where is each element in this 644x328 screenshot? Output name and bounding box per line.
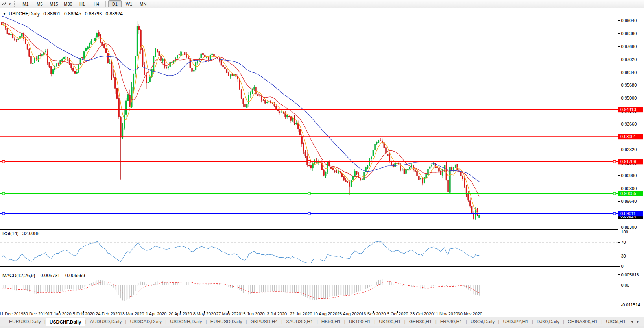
date-axis-label: 8 May 2020 — [193, 311, 216, 316]
candle-body — [166, 67, 167, 68]
date-axis-label: 1 Apr 2020 — [146, 311, 166, 316]
ohlc-close: 0.88924 — [106, 11, 123, 17]
chart-tab-ger30-h1[interactable]: GER30,H1 — [406, 318, 435, 326]
chart-tab-dj30-daily[interactable]: DJ30,Daily — [533, 318, 563, 326]
chart-tab-gbpusd-h4[interactable]: GBPUSD,H4 — [247, 318, 281, 326]
timeframe-button-mn[interactable]: MN — [137, 0, 150, 7]
candle-body — [182, 52, 183, 52]
chart-tab-eurusd-daily[interactable]: EURUSD,Daily — [207, 318, 246, 326]
candle-body — [223, 65, 224, 67]
candle-body — [453, 167, 454, 170]
chart-tab-usdcad-daily[interactable]: USDCAD,Daily — [126, 318, 165, 326]
rsi-axis-label: 0 — [621, 264, 624, 269]
candle-body — [437, 167, 438, 168]
candle-body — [10, 34, 11, 35]
date-axis-label: 24 Feb 2020 — [96, 311, 120, 316]
hline-handle[interactable] — [613, 212, 616, 215]
hline-handle[interactable] — [308, 212, 310, 215]
candle-body — [389, 155, 390, 161]
macd-name: MACD(12,26,9) — [2, 273, 35, 278]
rsi-panel[interactable] — [0, 230, 618, 267]
candle-body — [144, 65, 145, 75]
candle-body — [232, 74, 233, 76]
hline-handle[interactable] — [2, 160, 5, 163]
candle-body — [427, 169, 428, 175]
tool-dropdown-caret[interactable]: ▼ — [8, 2, 13, 6]
toolbar: ▼ M1M5M15M30H1H4D1W1MN — [0, 0, 644, 8]
candle-body — [244, 104, 245, 107]
candle-body — [61, 59, 63, 61]
candle-body — [159, 51, 160, 56]
timeframe-button-m30[interactable]: M30 — [61, 0, 75, 7]
hline-badge-label: 0.90055 — [620, 191, 636, 196]
price-axis-label: 0.89640 — [621, 199, 637, 204]
candle-body — [91, 41, 92, 44]
date-axis-label: 5 Feb 2020 — [73, 311, 95, 316]
chart-tab-usoil-h1[interactable]: USOil,H1 — [602, 318, 629, 326]
collapse-triangle-icon[interactable]: ▼ — [3, 12, 6, 16]
main-chart-panel[interactable] — [0, 10, 618, 228]
ohlc-low: 0.88793 — [85, 11, 102, 17]
candle-body — [429, 167, 430, 168]
hline-handle[interactable] — [2, 192, 5, 195]
candle-body — [82, 57, 83, 58]
candle-body — [105, 49, 107, 53]
candle-body — [74, 71, 76, 73]
candle-body — [186, 54, 187, 57]
candle-body — [224, 67, 225, 69]
toolbar-grip[interactable] — [14, 1, 16, 7]
timeframe-button-m15[interactable]: M15 — [47, 0, 61, 7]
chart-tab-usdcnh-daily[interactable]: USDCNH,Daily — [166, 318, 205, 326]
chart-tab-fra40-h1[interactable]: FRA40,H1 — [437, 318, 466, 326]
chart-tab-usdjpy-h1[interactable]: USDJPY,H1 — [499, 318, 531, 326]
chart-tab-uk100-h1[interactable]: UK100,H1 — [345, 318, 374, 326]
candle-body — [58, 63, 59, 64]
timeframe-button-m1[interactable]: M1 — [19, 0, 32, 7]
hline-handle[interactable] — [2, 212, 5, 215]
price-axis-label: 0.97680 — [621, 44, 637, 49]
hline-handle[interactable] — [613, 160, 616, 163]
chart-tab-uk100-h1[interactable]: UK100,H1 — [375, 318, 404, 326]
chart-canvas[interactable]: 0.990400.983600.976800.970200.963400.956… — [0, 0, 644, 328]
tab-scroll-right-icon[interactable]: ► — [637, 320, 640, 324]
candle-body — [356, 171, 357, 174]
chart-tool-icon[interactable] — [1, 1, 8, 7]
candle-body — [266, 102, 268, 103]
candle-body — [422, 179, 423, 184]
hline-handle[interactable] — [308, 160, 310, 163]
candle-body — [76, 72, 78, 73]
candle-body — [208, 57, 209, 60]
candle-body — [380, 140, 381, 140]
candle-body — [78, 64, 79, 72]
candle-body — [354, 171, 355, 177]
timeframe-button-h4[interactable]: H4 — [90, 0, 103, 7]
candle-body — [51, 67, 52, 74]
chart-tab-xauusd-h1[interactable]: XAUUSD,H1 — [282, 318, 317, 326]
chart-tab-usdchf-daily[interactable]: USDCHF,Daily — [46, 318, 85, 326]
candle-body — [468, 194, 469, 200]
hline-handle[interactable] — [613, 192, 616, 195]
timeframe-button-w1[interactable]: W1 — [122, 0, 136, 7]
chart-tab-china300-h1[interactable]: CHINA300,H1 — [564, 318, 601, 326]
candle-body — [63, 57, 65, 59]
candle-body — [213, 54, 214, 56]
chart-tab-hk50-h1[interactable]: HK50,H1 — [318, 318, 344, 326]
candle-body — [161, 56, 162, 60]
candle-body — [317, 162, 319, 162]
candle-body — [201, 54, 202, 58]
timeframe-button-d1[interactable]: D1 — [108, 0, 122, 7]
tab-scroll-left-icon[interactable]: ◄ — [630, 320, 633, 324]
candle-body — [41, 54, 42, 56]
candle-body — [409, 167, 410, 170]
chart-tab-eurusd-daily[interactable]: EURUSD,Daily — [6, 318, 44, 326]
candle-body — [296, 123, 297, 124]
chart-tab-usoil-daily[interactable]: USOil,Daily — [467, 318, 498, 326]
candle-body — [243, 99, 244, 104]
candle-body — [122, 128, 123, 137]
timeframe-button-h1[interactable]: H1 — [76, 0, 89, 7]
timeframe-button-m5[interactable]: M5 — [33, 0, 46, 7]
chart-tab-audusd-daily[interactable]: AUDUSD,Daily — [87, 318, 125, 326]
candle-body — [56, 64, 57, 66]
candle-body — [148, 82, 149, 83]
hline-handle[interactable] — [308, 192, 310, 195]
